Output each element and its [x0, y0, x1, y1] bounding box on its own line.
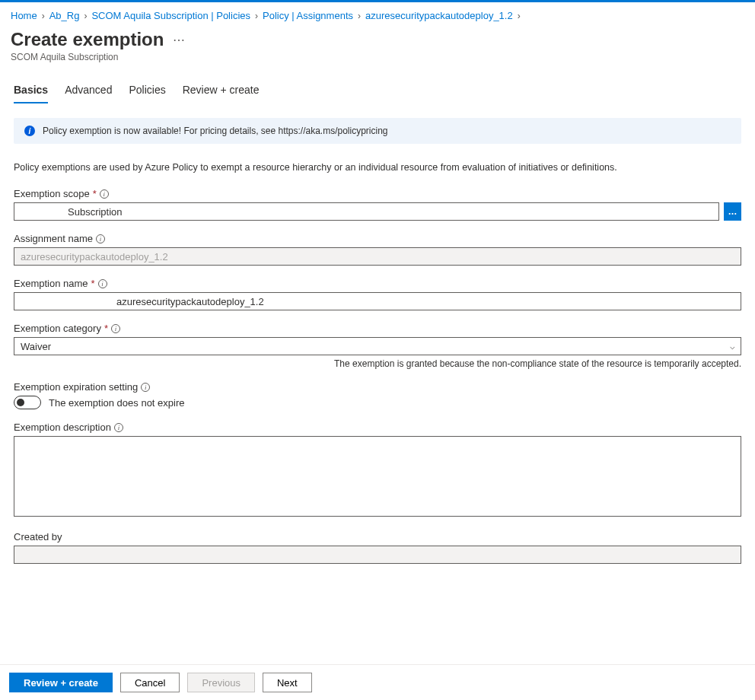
field-created-by: Created by: [14, 531, 741, 564]
chevron-right-icon: ›: [518, 11, 521, 21]
exemption-category-select[interactable]: [14, 337, 741, 355]
label-exemption-category: Exemption category: [14, 323, 101, 334]
info-banner: i Policy exemption is now available! For…: [14, 118, 741, 144]
chevron-right-icon: ›: [84, 11, 87, 21]
category-hint: The exemption is granted because the non…: [14, 358, 741, 369]
cancel-button[interactable]: Cancel: [120, 673, 180, 692]
field-exemption-name: Exemption name * i: [14, 278, 741, 310]
review-create-button[interactable]: Review + create: [9, 673, 113, 692]
label-description: Exemption description: [14, 422, 111, 433]
exemption-description-input[interactable]: [14, 436, 741, 517]
expiration-toggle[interactable]: [14, 396, 41, 409]
help-icon[interactable]: i: [100, 189, 109, 199]
more-icon[interactable]: ⋯: [173, 33, 185, 47]
breadcrumb-current[interactable]: azuresecuritypackautodeploy_1.2: [365, 10, 513, 21]
field-expiration: Exemption expiration setting i The exemp…: [14, 381, 741, 409]
breadcrumb-rg[interactable]: Ab_Rg: [49, 10, 80, 21]
tab-review-create[interactable]: Review + create: [183, 79, 260, 103]
breadcrumb: Home › Ab_Rg › SCOM Aquila Subscription …: [0, 2, 755, 29]
required-icon: *: [91, 278, 95, 289]
created-by-input: [14, 546, 741, 564]
field-exemption-scope: Exemption scope * i …: [14, 188, 741, 221]
page-description: Policy exemptions are used by Azure Poli…: [14, 162, 741, 173]
breadcrumb-home[interactable]: Home: [11, 10, 37, 21]
chevron-right-icon: ›: [358, 11, 361, 21]
expiration-toggle-label: The exemption does not expire: [49, 397, 185, 409]
tab-policies[interactable]: Policies: [129, 79, 165, 103]
help-icon[interactable]: i: [96, 234, 105, 243]
chevron-right-icon: ›: [255, 11, 258, 21]
tab-basics[interactable]: Basics: [14, 79, 48, 103]
required-icon: *: [93, 188, 97, 199]
chevron-right-icon: ›: [42, 11, 45, 21]
page-subtitle: SCOM Aquila Subscription: [0, 52, 755, 62]
previous-button: Previous: [187, 673, 255, 692]
assignment-name-input: [14, 247, 741, 266]
field-assignment-name: Assignment name i: [14, 233, 741, 266]
label-assignment-name: Assignment name: [14, 233, 93, 244]
exemption-name-input[interactable]: [14, 292, 741, 310]
exemption-scope-input[interactable]: [14, 202, 719, 221]
help-icon[interactable]: i: [98, 279, 107, 288]
help-icon[interactable]: i: [141, 383, 150, 392]
help-icon[interactable]: i: [111, 324, 120, 333]
scope-picker-button[interactable]: …: [724, 202, 741, 221]
label-created-by: Created by: [14, 531, 62, 542]
field-description: Exemption description i: [14, 422, 741, 519]
breadcrumb-subscription-policies[interactable]: SCOM Aquila Subscription | Policies: [91, 10, 250, 21]
label-exemption-name: Exemption name: [14, 278, 88, 289]
info-icon: i: [24, 126, 35, 136]
tabs: Basics Advanced Policies Review + create: [0, 79, 755, 104]
label-expiration: Exemption expiration setting: [14, 381, 138, 393]
content: i Policy exemption is now available! For…: [0, 104, 755, 590]
required-icon: *: [104, 323, 108, 334]
next-button[interactable]: Next: [263, 673, 312, 692]
breadcrumb-policy-assignments[interactable]: Policy | Assignments: [263, 10, 353, 21]
tab-advanced[interactable]: Advanced: [65, 79, 112, 103]
info-banner-text: Policy exemption is now available! For p…: [43, 126, 388, 136]
page-title: Create exemption: [11, 29, 164, 50]
field-exemption-category: Exemption category * i ⌵ The exemption i…: [14, 323, 741, 369]
help-icon[interactable]: i: [114, 423, 123, 432]
footer: Review + create Cancel Previous Next: [0, 664, 755, 700]
label-exemption-scope: Exemption scope: [14, 188, 90, 199]
